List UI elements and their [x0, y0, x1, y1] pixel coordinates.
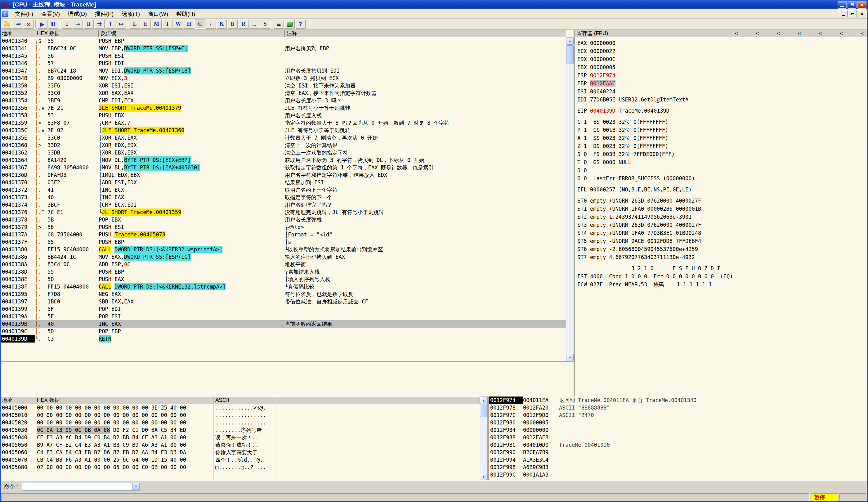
register-line[interactable]: EAX 00000000: [577, 39, 867, 47]
step-into-button[interactable]: ↓: [62, 20, 72, 29]
disasm-row[interactable]: 00401376│.^7C E1└JL SHORT TraceMe.004013…: [0, 208, 566, 216]
pane-collapse-arrow-icon[interactable]: <: [798, 30, 801, 36]
toolbar-button-w[interactable]: W: [173, 20, 183, 29]
scroll-up-button[interactable]: ▲: [566, 37, 574, 45]
minimize-button[interactable]: [838, 1, 847, 9]
scrollbar-thumb[interactable]: [480, 404, 487, 417]
command-input[interactable]: [22, 482, 133, 490]
register-line[interactable]: Z 1 DS 0023 32位 0(FFFFFFFF): [577, 142, 867, 150]
disasm-column-header[interactable]: 注释: [285, 30, 566, 37]
windows-list-button[interactable]: ≡: [273, 20, 284, 29]
dump-row[interactable]: 00405050B9 A7 CF B2 C4 E3 A3 A1 B3 C9 B9…: [0, 441, 480, 449]
menu-item-2[interactable]: 查看(V): [37, 9, 64, 19]
mdi-close-button[interactable]: ×: [858, 10, 866, 17]
dump-column-header[interactable]: 地址: [0, 397, 35, 404]
disasm-row[interactable]: 00401399│.5FPOP EDI: [0, 305, 566, 313]
disasm-row[interactable]: 0040139D└.C3RETN: [0, 335, 566, 342]
pause-button[interactable]: [48, 20, 58, 29]
dump-column-header[interactable]: ASCII: [214, 397, 276, 404]
disasm-row[interactable]: 0040139B│.40INC EAX当前函数的返回结果: [0, 320, 566, 328]
register-line[interactable]: FCW 027F Prec NEAR,53 掩码 1 1 1 1 1 1: [577, 280, 867, 288]
stack-row[interactable]: 0012F97C0012F9D0ASCII "2470": [489, 411, 868, 419]
menu-item-6[interactable]: 窗口(W): [144, 9, 172, 19]
pane-collapse-arrow-icon[interactable]: <: [756, 30, 759, 36]
menu-item-1[interactable]: 文件(F): [11, 9, 37, 19]
disasm-row[interactable]: 00401341│.8B6C24 0CMOV EBP,DWORD PTR SS:…: [0, 45, 566, 52]
stack-row[interactable]: 0012F974004011EA返回到 TraceMe.004011EA 来自 …: [489, 397, 868, 404]
disasm-row[interactable]: 00401367│.8A98 30504000│MOV BL,BYTE PTR …: [0, 164, 566, 171]
toolbar-button-patches[interactable]: /: [206, 20, 216, 29]
disasm-row[interactable]: 0040137F│.55PUSH EBP│s: [0, 238, 566, 246]
register-line[interactable]: EFL 00000257 (NO,B,E,BE,NS,PE,GE,LE): [577, 185, 867, 194]
register-line[interactable]: EDI 77D6B05E USER32.GetDlgItemTextA: [577, 95, 867, 104]
register-line[interactable]: ESI 00640224: [577, 88, 867, 95]
disasm-column-header[interactable]: 地址: [0, 30, 35, 37]
register-line[interactable]: ST4 empty +UNORM 1FA0 77D3B3EC 01BD0248: [577, 229, 867, 237]
disasm-row[interactable]: 00401356│.v7E 21JLE SHORT TraceMe.004013…: [0, 104, 566, 112]
pane-collapse-arrow-icon[interactable]: <: [819, 30, 822, 36]
disasm-column-header[interactable]: 反汇编: [99, 30, 285, 37]
disasm-row[interactable]: 00401374│.3BCF│CMP ECX,EDI用户名处理完了吗？: [0, 201, 566, 208]
register-line[interactable]: C 1 ES 0023 32位 0(FFFFFFFF): [577, 118, 867, 126]
scrollbar-thumb[interactable]: [566, 45, 574, 64]
help-button[interactable]: ?: [295, 20, 306, 29]
go-to-address-button[interactable]: ↦: [116, 20, 126, 29]
register-line[interactable]: EBX 00000005: [577, 63, 867, 71]
disasm-row[interactable]: 00401378│.5BPOP EBX用户名长度弹栈: [0, 216, 566, 223]
disasm-row[interactable]: 0040139C│.5DPOP EBP: [0, 328, 566, 335]
disasm-row[interactable]: 0040138F│.FF15 04404000CALL DWORD PTR DS…: [0, 283, 566, 290]
toolbar-button-e[interactable]: E: [141, 20, 151, 29]
pane-collapse-arrow-icon[interactable]: <: [777, 30, 780, 36]
menu-item-4[interactable]: 插件(P): [91, 9, 117, 19]
stack-row[interactable]: 0012F98400000000: [489, 426, 868, 434]
stack-row[interactable]: 0012F99C0001A1A3: [489, 471, 868, 479]
register-line[interactable]: 3 2 1 0 E S P U O Z D I: [577, 264, 867, 273]
stack-row[interactable]: 0012F9880012FAE8: [489, 434, 868, 441]
stack-row[interactable]: 0012F9780012FA20ASCII "88888888": [489, 404, 868, 411]
disassembly-scrollbar[interactable]: ▲ ▼: [566, 37, 574, 361]
scroll-down-button[interactable]: ▼: [480, 473, 487, 480]
disasm-row[interactable]: 00401386│.8B4424 1CMOV EAX,DWORD PTR SS:…: [0, 253, 566, 260]
register-line[interactable]: EIP 0040139D TraceMe.0040139D: [577, 107, 867, 115]
register-line[interactable]: ST7 empty 4.6679207763403711130e-4932: [577, 253, 867, 261]
register-line[interactable]: D 0: [577, 166, 867, 174]
options-button[interactable]: [285, 20, 295, 29]
disasm-row[interactable]: 00401354│.3BF9CMP EDI,ECX用户名长度小于 3 吗？: [0, 97, 566, 104]
disasm-row[interactable]: 00401362│.33DB│XOR EBX,EBX清空上一次获取的指定字符: [0, 149, 566, 156]
pane-collapse-arrow-icon[interactable]: <: [735, 30, 738, 36]
dump-row[interactable]: 004050300C 0A 13 09 0C 0B 0A 08 D0 F2 C1…: [0, 426, 480, 434]
disasm-row[interactable]: 00401379│>56PUSH ESI┌<%ld>: [0, 223, 566, 231]
disasm-column-header[interactable]: HEX 数据: [35, 30, 99, 37]
register-line[interactable]: S 0 FS 003B 32位 7FFDE000(FFF): [577, 150, 867, 158]
app-icon[interactable]: [2, 2, 7, 8]
dump-row[interactable]: 00405070CB C4 B8 F6 A3 A1 00 00 25 6C 64…: [0, 456, 480, 463]
register-line[interactable]: ST2 empty 1.243937411490562063e-3901: [577, 213, 867, 221]
dump-column-header[interactable]: [276, 397, 480, 404]
disasm-row[interactable]: 00401350│.33F6XOR ESI,ESI清空 ESI，接下来作为累加器: [0, 82, 566, 89]
dump-row[interactable]: 0040502000 00 00 00 00 00 00 00 00 00 00…: [0, 419, 480, 426]
disasm-row[interactable]: 0040134B│.B9 03000000MOV ECX,3立即数 3 拷贝到 …: [0, 74, 566, 82]
register-line[interactable]: ESP 0012F974: [577, 71, 867, 80]
disasm-row[interactable]: 0040135C│.v7E 02│JLE SHORT TraceMe.00401…: [0, 126, 566, 134]
stack-row[interactable]: 0012F990B2CFA7B9: [489, 449, 868, 456]
disasm-row[interactable]: 0040137A│.68 78504000PUSH TraceMe.004050…: [0, 231, 566, 238]
close-button[interactable]: ×: [857, 1, 866, 9]
menu-item-3[interactable]: 调试(D): [64, 9, 91, 19]
stack-row[interactable]: 0012F98000000005: [489, 419, 868, 426]
stack-row[interactable]: 0012F98C004010D0TraceMe.004010D0: [489, 441, 868, 449]
register-line[interactable]: P 1 CS 001B 32位 0(FFFFFFFF): [577, 126, 867, 134]
disasm-row[interactable]: 0040139A│.5EPOP ESI: [0, 313, 566, 320]
register-line[interactable]: A 1 SS 0023 32位 0(FFFFFFFF): [577, 134, 867, 142]
stack-row[interactable]: 0012F998A6B9C9B3: [489, 463, 868, 471]
scroll-up-button[interactable]: ▲: [480, 397, 487, 404]
toolbar-button-m[interactable]: M: [152, 20, 162, 29]
register-line[interactable]: EBP 0012FAAC: [577, 80, 867, 88]
open-folder-button[interactable]: [2, 20, 12, 29]
dump-scrollbar[interactable]: ▲ ▼: [480, 397, 487, 480]
toolbar-button-r[interactable]: R: [238, 20, 248, 29]
registers-title[interactable]: 寄存器 (FPU): [575, 30, 608, 37]
toolbar-button-k[interactable]: K: [217, 20, 227, 29]
disasm-row[interactable]: 0040135E│.33C0│XOR EAX,EAX计数器大于 7 则清空，再次…: [0, 134, 566, 142]
disasm-row[interactable]: 00401345│.56PUSH ESI: [0, 52, 566, 60]
disasm-row[interactable]: 0040138E│.50PUSH EAX│输入的序列号入栈: [0, 276, 566, 283]
